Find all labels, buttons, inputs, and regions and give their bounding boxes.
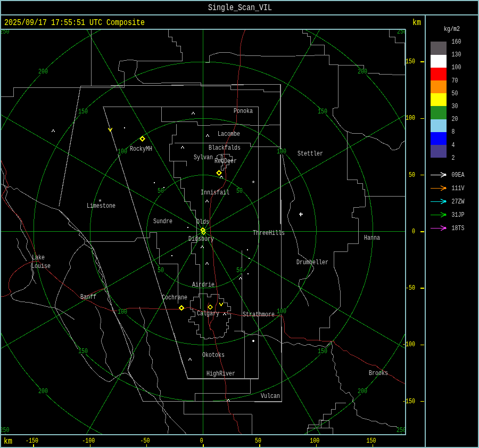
svg-text:Didsbury: Didsbury bbox=[188, 235, 214, 243]
svg-text:50: 50 bbox=[452, 90, 458, 97]
svg-text:Lacombe: Lacombe bbox=[218, 130, 240, 138]
svg-text:-100: -100 bbox=[82, 437, 95, 445]
svg-text:50: 50 bbox=[158, 267, 164, 274]
svg-text:Airdrie: Airdrie bbox=[192, 281, 214, 289]
svg-text:250: 250 bbox=[0, 427, 10, 434]
svg-text:150: 150 bbox=[78, 348, 88, 355]
svg-text:150: 150 bbox=[406, 58, 415, 66]
svg-text:50: 50 bbox=[158, 188, 164, 195]
svg-text:Ponoka: Ponoka bbox=[234, 107, 253, 115]
svg-text:2025/09/17 17:55:51 UTC Compos: 2025/09/17 17:55:51 UTC Composite bbox=[4, 18, 145, 28]
svg-text:kg/m2: kg/m2 bbox=[444, 26, 460, 33]
svg-text:50: 50 bbox=[236, 188, 243, 195]
svg-text:-100: -100 bbox=[402, 341, 415, 348]
svg-text:20: 20 bbox=[452, 116, 458, 123]
svg-text:100: 100 bbox=[310, 437, 319, 445]
svg-text:130: 130 bbox=[452, 51, 461, 59]
svg-text:8: 8 bbox=[452, 128, 455, 136]
svg-text:200: 200 bbox=[358, 388, 367, 395]
svg-text:09EA: 09EA bbox=[452, 172, 465, 179]
svg-text:150: 150 bbox=[78, 108, 88, 116]
svg-text:30: 30 bbox=[452, 103, 458, 110]
svg-text:Cochrane: Cochrane bbox=[162, 294, 187, 302]
svg-text:RedDeer: RedDeer bbox=[214, 157, 237, 165]
svg-text:2: 2 bbox=[452, 154, 455, 162]
svg-text:160: 160 bbox=[452, 38, 461, 46]
svg-text:Hanna: Hanna bbox=[364, 234, 380, 242]
svg-text:150: 150 bbox=[318, 348, 327, 355]
svg-text:Louise: Louise bbox=[31, 262, 51, 270]
svg-text:Sundre: Sundre bbox=[153, 217, 172, 225]
svg-text:100: 100 bbox=[406, 115, 415, 122]
svg-text:111V: 111V bbox=[452, 185, 465, 192]
svg-text:Calgary: Calgary bbox=[197, 309, 219, 317]
svg-text:km: km bbox=[412, 18, 421, 28]
svg-text:Sylvan: Sylvan bbox=[194, 153, 213, 161]
svg-text:Banff: Banff bbox=[80, 293, 96, 301]
svg-text:100: 100 bbox=[118, 308, 127, 316]
svg-text:150: 150 bbox=[367, 437, 376, 445]
svg-text:km: km bbox=[4, 437, 12, 446]
svg-text:-50: -50 bbox=[406, 284, 415, 292]
svg-text:ThreeHills: ThreeHills bbox=[253, 229, 285, 237]
svg-text:RockyMH: RockyMH bbox=[130, 145, 152, 153]
svg-text:Olds: Olds bbox=[196, 218, 209, 226]
svg-text:27ZW: 27ZW bbox=[452, 198, 465, 206]
svg-text:Vulcan: Vulcan bbox=[261, 392, 280, 400]
svg-text:200: 200 bbox=[38, 388, 48, 395]
svg-text:18TS: 18TS bbox=[452, 225, 465, 232]
svg-text:0: 0 bbox=[200, 437, 203, 445]
svg-text:Drumheller: Drumheller bbox=[296, 258, 328, 266]
svg-text:100: 100 bbox=[452, 64, 461, 71]
svg-text:Single_Scan_VIL: Single_Scan_VIL bbox=[208, 3, 272, 13]
svg-text:100: 100 bbox=[277, 308, 286, 315]
svg-text:4: 4 bbox=[452, 142, 455, 149]
svg-text:Blackfalds: Blackfalds bbox=[209, 144, 241, 152]
svg-text:Lake: Lake bbox=[32, 254, 45, 262]
svg-text:*: * bbox=[98, 198, 102, 206]
svg-text:200: 200 bbox=[38, 68, 48, 76]
svg-text:50: 50 bbox=[409, 172, 415, 179]
svg-text:Innisfail: Innisfail bbox=[201, 189, 229, 197]
svg-text:Okotoks: Okotoks bbox=[202, 351, 225, 359]
svg-text:31JP: 31JP bbox=[452, 211, 465, 219]
svg-text:50: 50 bbox=[255, 437, 261, 445]
svg-text:-150: -150 bbox=[26, 437, 38, 445]
svg-text:HighRiver: HighRiver bbox=[207, 370, 235, 378]
svg-text:250: 250 bbox=[397, 427, 406, 434]
svg-text:*: * bbox=[251, 180, 255, 188]
svg-text:0: 0 bbox=[412, 228, 415, 235]
svg-text:Strathmore: Strathmore bbox=[243, 311, 275, 319]
svg-text:Stettler: Stettler bbox=[298, 150, 323, 158]
svg-text:Brooks: Brooks bbox=[369, 369, 388, 377]
svg-text:50: 50 bbox=[236, 267, 243, 274]
svg-text:200: 200 bbox=[358, 68, 367, 76]
svg-text:150: 150 bbox=[318, 108, 327, 116]
svg-text:-150: -150 bbox=[402, 398, 415, 405]
svg-text:-50: -50 bbox=[141, 437, 150, 445]
svg-text:70: 70 bbox=[452, 77, 458, 85]
svg-text:100: 100 bbox=[277, 148, 286, 156]
svg-text:100: 100 bbox=[118, 148, 127, 156]
